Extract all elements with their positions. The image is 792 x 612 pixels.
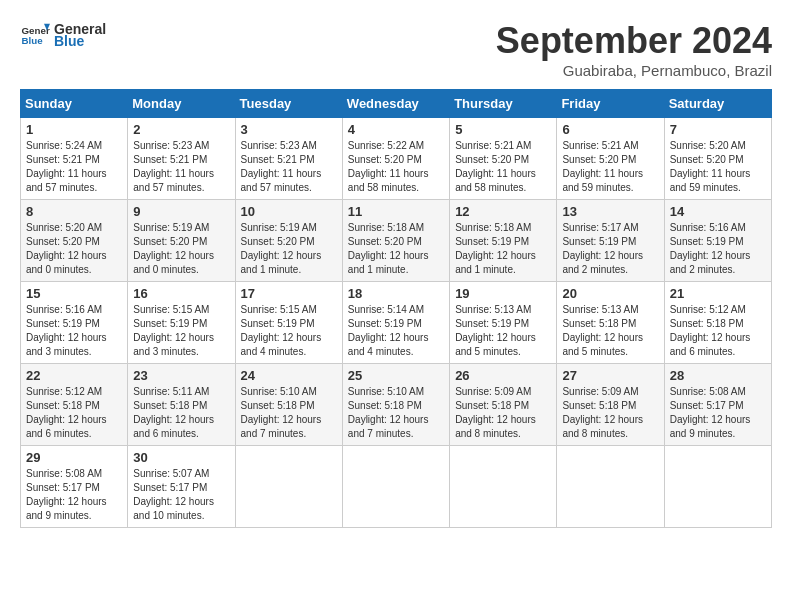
day-of-week-header: Wednesday xyxy=(342,90,449,118)
calendar-cell xyxy=(450,446,557,528)
day-number: 13 xyxy=(562,204,658,219)
day-info: Sunrise: 5:22 AM Sunset: 5:20 PM Dayligh… xyxy=(348,139,444,195)
month-title: September 2024 xyxy=(496,20,772,62)
day-info: Sunrise: 5:21 AM Sunset: 5:20 PM Dayligh… xyxy=(455,139,551,195)
calendar-cell: 30 Sunrise: 5:07 AM Sunset: 5:17 PM Dayl… xyxy=(128,446,235,528)
day-number: 6 xyxy=(562,122,658,137)
day-info: Sunrise: 5:17 AM Sunset: 5:19 PM Dayligh… xyxy=(562,221,658,277)
day-number: 22 xyxy=(26,368,122,383)
calendar-cell: 29 Sunrise: 5:08 AM Sunset: 5:17 PM Dayl… xyxy=(21,446,128,528)
day-info: Sunrise: 5:07 AM Sunset: 5:17 PM Dayligh… xyxy=(133,467,229,523)
day-info: Sunrise: 5:16 AM Sunset: 5:19 PM Dayligh… xyxy=(26,303,122,359)
calendar-cell: 19 Sunrise: 5:13 AM Sunset: 5:19 PM Dayl… xyxy=(450,282,557,364)
day-info: Sunrise: 5:09 AM Sunset: 5:18 PM Dayligh… xyxy=(562,385,658,441)
calendar-cell: 5 Sunrise: 5:21 AM Sunset: 5:20 PM Dayli… xyxy=(450,118,557,200)
day-number: 9 xyxy=(133,204,229,219)
calendar-cell: 16 Sunrise: 5:15 AM Sunset: 5:19 PM Dayl… xyxy=(128,282,235,364)
calendar-cell: 23 Sunrise: 5:11 AM Sunset: 5:18 PM Dayl… xyxy=(128,364,235,446)
day-of-week-header: Friday xyxy=(557,90,664,118)
day-of-week-header: Tuesday xyxy=(235,90,342,118)
day-number: 24 xyxy=(241,368,337,383)
calendar-cell: 18 Sunrise: 5:14 AM Sunset: 5:19 PM Dayl… xyxy=(342,282,449,364)
calendar-cell: 10 Sunrise: 5:19 AM Sunset: 5:20 PM Dayl… xyxy=(235,200,342,282)
calendar-header-row: SundayMondayTuesdayWednesdayThursdayFrid… xyxy=(21,90,772,118)
day-info: Sunrise: 5:10 AM Sunset: 5:18 PM Dayligh… xyxy=(348,385,444,441)
day-info: Sunrise: 5:19 AM Sunset: 5:20 PM Dayligh… xyxy=(133,221,229,277)
day-info: Sunrise: 5:15 AM Sunset: 5:19 PM Dayligh… xyxy=(133,303,229,359)
day-info: Sunrise: 5:18 AM Sunset: 5:19 PM Dayligh… xyxy=(455,221,551,277)
day-number: 16 xyxy=(133,286,229,301)
day-info: Sunrise: 5:16 AM Sunset: 5:19 PM Dayligh… xyxy=(670,221,766,277)
calendar-cell: 11 Sunrise: 5:18 AM Sunset: 5:20 PM Dayl… xyxy=(342,200,449,282)
calendar-cell: 7 Sunrise: 5:20 AM Sunset: 5:20 PM Dayli… xyxy=(664,118,771,200)
calendar-cell: 2 Sunrise: 5:23 AM Sunset: 5:21 PM Dayli… xyxy=(128,118,235,200)
calendar-cell: 20 Sunrise: 5:13 AM Sunset: 5:18 PM Dayl… xyxy=(557,282,664,364)
calendar-cell: 4 Sunrise: 5:22 AM Sunset: 5:20 PM Dayli… xyxy=(342,118,449,200)
day-info: Sunrise: 5:08 AM Sunset: 5:17 PM Dayligh… xyxy=(26,467,122,523)
calendar-cell: 15 Sunrise: 5:16 AM Sunset: 5:19 PM Dayl… xyxy=(21,282,128,364)
day-info: Sunrise: 5:10 AM Sunset: 5:18 PM Dayligh… xyxy=(241,385,337,441)
calendar-cell: 6 Sunrise: 5:21 AM Sunset: 5:20 PM Dayli… xyxy=(557,118,664,200)
day-number: 17 xyxy=(241,286,337,301)
day-info: Sunrise: 5:13 AM Sunset: 5:18 PM Dayligh… xyxy=(562,303,658,359)
day-number: 21 xyxy=(670,286,766,301)
calendar-cell: 24 Sunrise: 5:10 AM Sunset: 5:18 PM Dayl… xyxy=(235,364,342,446)
calendar-cell: 25 Sunrise: 5:10 AM Sunset: 5:18 PM Dayl… xyxy=(342,364,449,446)
calendar-cell: 17 Sunrise: 5:15 AM Sunset: 5:19 PM Dayl… xyxy=(235,282,342,364)
day-number: 12 xyxy=(455,204,551,219)
day-number: 10 xyxy=(241,204,337,219)
page-header: General Blue General Blue September 2024… xyxy=(20,20,772,79)
day-info: Sunrise: 5:20 AM Sunset: 5:20 PM Dayligh… xyxy=(670,139,766,195)
location-subtitle: Guabiraba, Pernambuco, Brazil xyxy=(496,62,772,79)
calendar-cell: 28 Sunrise: 5:08 AM Sunset: 5:17 PM Dayl… xyxy=(664,364,771,446)
title-area: September 2024 Guabiraba, Pernambuco, Br… xyxy=(496,20,772,79)
day-info: Sunrise: 5:23 AM Sunset: 5:21 PM Dayligh… xyxy=(241,139,337,195)
day-number: 15 xyxy=(26,286,122,301)
day-info: Sunrise: 5:09 AM Sunset: 5:18 PM Dayligh… xyxy=(455,385,551,441)
day-info: Sunrise: 5:14 AM Sunset: 5:19 PM Dayligh… xyxy=(348,303,444,359)
day-number: 14 xyxy=(670,204,766,219)
calendar-cell: 13 Sunrise: 5:17 AM Sunset: 5:19 PM Dayl… xyxy=(557,200,664,282)
day-of-week-header: Monday xyxy=(128,90,235,118)
day-number: 8 xyxy=(26,204,122,219)
calendar-cell xyxy=(342,446,449,528)
day-number: 19 xyxy=(455,286,551,301)
day-number: 20 xyxy=(562,286,658,301)
day-info: Sunrise: 5:24 AM Sunset: 5:21 PM Dayligh… xyxy=(26,139,122,195)
calendar-cell: 26 Sunrise: 5:09 AM Sunset: 5:18 PM Dayl… xyxy=(450,364,557,446)
calendar-cell: 12 Sunrise: 5:18 AM Sunset: 5:19 PM Dayl… xyxy=(450,200,557,282)
day-info: Sunrise: 5:23 AM Sunset: 5:21 PM Dayligh… xyxy=(133,139,229,195)
day-number: 18 xyxy=(348,286,444,301)
calendar-cell xyxy=(557,446,664,528)
calendar-cell xyxy=(235,446,342,528)
day-of-week-header: Saturday xyxy=(664,90,771,118)
day-number: 4 xyxy=(348,122,444,137)
calendar-table: SundayMondayTuesdayWednesdayThursdayFrid… xyxy=(20,89,772,528)
calendar-cell: 21 Sunrise: 5:12 AM Sunset: 5:18 PM Dayl… xyxy=(664,282,771,364)
calendar-cell: 9 Sunrise: 5:19 AM Sunset: 5:20 PM Dayli… xyxy=(128,200,235,282)
day-info: Sunrise: 5:19 AM Sunset: 5:20 PM Dayligh… xyxy=(241,221,337,277)
day-number: 27 xyxy=(562,368,658,383)
day-of-week-header: Sunday xyxy=(21,90,128,118)
day-number: 23 xyxy=(133,368,229,383)
day-number: 1 xyxy=(26,122,122,137)
calendar-cell: 1 Sunrise: 5:24 AM Sunset: 5:21 PM Dayli… xyxy=(21,118,128,200)
day-info: Sunrise: 5:20 AM Sunset: 5:20 PM Dayligh… xyxy=(26,221,122,277)
day-number: 3 xyxy=(241,122,337,137)
day-number: 28 xyxy=(670,368,766,383)
day-info: Sunrise: 5:18 AM Sunset: 5:20 PM Dayligh… xyxy=(348,221,444,277)
day-number: 7 xyxy=(670,122,766,137)
day-number: 2 xyxy=(133,122,229,137)
day-info: Sunrise: 5:08 AM Sunset: 5:17 PM Dayligh… xyxy=(670,385,766,441)
day-number: 11 xyxy=(348,204,444,219)
day-info: Sunrise: 5:11 AM Sunset: 5:18 PM Dayligh… xyxy=(133,385,229,441)
day-info: Sunrise: 5:12 AM Sunset: 5:18 PM Dayligh… xyxy=(670,303,766,359)
day-number: 29 xyxy=(26,450,122,465)
calendar-cell: 22 Sunrise: 5:12 AM Sunset: 5:18 PM Dayl… xyxy=(21,364,128,446)
calendar-cell: 14 Sunrise: 5:16 AM Sunset: 5:19 PM Dayl… xyxy=(664,200,771,282)
day-number: 25 xyxy=(348,368,444,383)
calendar-cell: 3 Sunrise: 5:23 AM Sunset: 5:21 PM Dayli… xyxy=(235,118,342,200)
logo-icon: General Blue xyxy=(20,20,50,50)
svg-text:Blue: Blue xyxy=(22,35,44,46)
day-of-week-header: Thursday xyxy=(450,90,557,118)
